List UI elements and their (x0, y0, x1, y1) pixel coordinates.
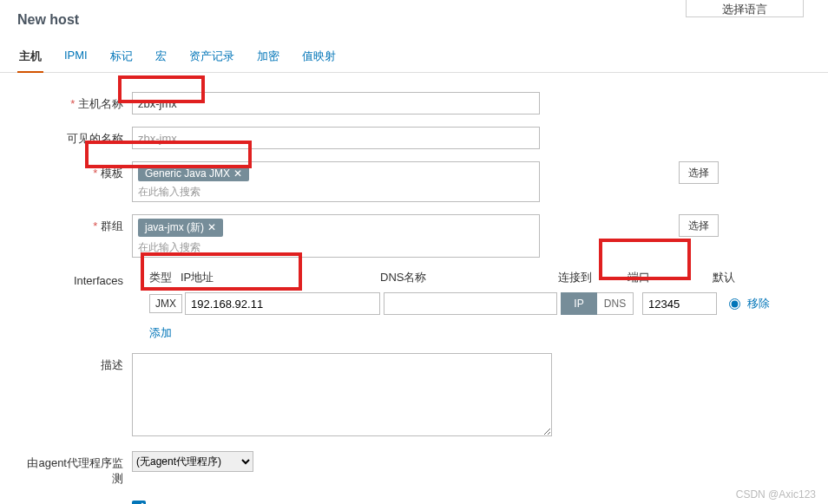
interface-default-radio[interactable] (729, 298, 740, 310)
proxy-select[interactable]: (无agent代理程序) (132, 451, 253, 472)
templates-hint: 在此输入搜索 (138, 185, 534, 200)
template-tag-text: Generic Java JMX (145, 167, 230, 180)
tab-macros[interactable]: 宏 (154, 45, 168, 72)
tab-inventory[interactable]: 资产记录 (187, 45, 236, 72)
label-enabled: 已启用 (17, 499, 132, 504)
group-tag[interactable]: java-jmx (新)✕ (138, 219, 223, 237)
interface-remove-link[interactable]: 移除 (747, 296, 770, 311)
interface-type-badge: JMX (149, 294, 182, 313)
col-type: 类型 (149, 270, 181, 285)
label-groups: 群组 (17, 214, 132, 234)
col-dns: DNS名称 (380, 270, 558, 285)
connect-ip-toggle[interactable]: IP (561, 292, 597, 315)
visible-name-input[interactable] (132, 127, 540, 149)
connect-dns-toggle[interactable]: DNS (597, 292, 634, 315)
interface-port-input[interactable] (642, 292, 717, 315)
label-host-name: 主机名称 (17, 92, 132, 112)
label-visible-name: 可见的名称 (17, 127, 132, 147)
templates-multiselect[interactable]: Generic Java JMX✕ 在此输入搜索 (132, 161, 540, 202)
label-description: 描述 (17, 353, 132, 373)
groups-multiselect[interactable]: java-jmx (新)✕ 在此输入搜索 (132, 214, 540, 258)
host-name-input[interactable] (132, 92, 540, 115)
group-tag-text: java-jmx (新) (145, 221, 204, 233)
connect-toggle-group: IP DNS (561, 292, 634, 315)
col-def: 默认 (713, 270, 747, 285)
groups-hint: 在此输入搜索 (138, 240, 534, 255)
tab-host[interactable]: 主机 (17, 45, 43, 73)
template-tag-remove-icon[interactable]: ✕ (233, 167, 242, 180)
label-templates: 模板 (17, 161, 132, 181)
tab-ipmi[interactable]: IPMI (62, 45, 89, 72)
enabled-checkbox[interactable] (132, 501, 146, 504)
templates-select-button[interactable]: 选择 (679, 161, 719, 184)
group-tag-remove-icon[interactable]: ✕ (207, 221, 216, 233)
interface-row: JMX IP DNS 移除 (132, 292, 811, 315)
col-ip: IP地址 (181, 270, 380, 285)
interface-ip-input[interactable] (185, 292, 380, 315)
col-port: 端口 (628, 270, 713, 285)
template-tag[interactable]: Generic Java JMX✕ (138, 166, 249, 181)
label-proxy: 由agent代理程序监测 (17, 451, 132, 487)
language-selector[interactable]: 选择语言 (686, 0, 804, 17)
watermark: CSDN @Axic123 (736, 488, 816, 501)
tab-encryption[interactable]: 加密 (255, 45, 281, 72)
tab-tags[interactable]: 标记 (108, 45, 135, 72)
description-textarea[interactable] (132, 353, 552, 436)
col-conn: 连接到 (558, 270, 628, 285)
tab-bar: 主机 IPMI 标记 宏 资产记录 加密 值映射 (0, 36, 828, 73)
groups-select-button[interactable]: 选择 (679, 214, 719, 237)
interfaces-header: 类型 IP地址 DNS名称 连接到 端口 默认 (132, 270, 811, 285)
interface-add-link[interactable]: 添加 (149, 325, 172, 341)
label-interfaces: Interfaces (17, 270, 132, 287)
interface-dns-input[interactable] (384, 292, 557, 315)
tab-valuemaps[interactable]: 值映射 (300, 45, 338, 72)
